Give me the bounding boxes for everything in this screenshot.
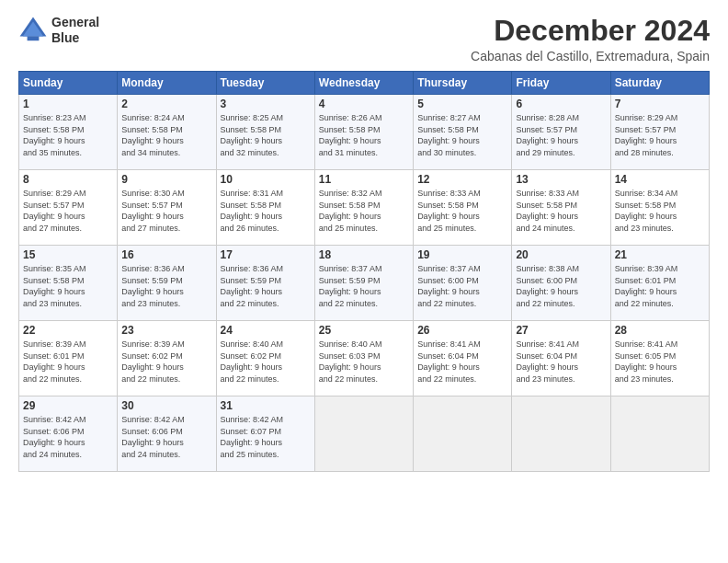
cell-content: Sunrise: 8:26 AMSunset: 5:58 PMDaylight:… [319, 112, 409, 158]
calendar-cell [314, 396, 413, 472]
day-number: 16 [121, 248, 211, 261]
cell-content: Sunrise: 8:34 AMSunset: 5:58 PMDaylight:… [615, 188, 705, 234]
cell-content: Sunrise: 8:41 AMSunset: 6:04 PMDaylight:… [417, 339, 507, 385]
cell-content: Sunrise: 8:38 AMSunset: 6:00 PMDaylight:… [516, 263, 606, 309]
day-number: 25 [319, 324, 409, 337]
calendar-cell: 24Sunrise: 8:40 AMSunset: 6:02 PMDayligh… [216, 321, 314, 396]
calendar-cell: 12Sunrise: 8:33 AMSunset: 5:58 PMDayligh… [414, 170, 512, 246]
calendar-cell [512, 396, 610, 472]
day-number: 31 [221, 399, 311, 412]
header-row: Sunday Monday Tuesday Wednesday Thursday… [19, 72, 710, 95]
calendar-cell: 16Sunrise: 8:36 AMSunset: 5:59 PMDayligh… [118, 246, 216, 321]
day-number: 22 [23, 324, 113, 337]
day-number: 19 [417, 248, 507, 261]
cell-content: Sunrise: 8:37 AMSunset: 5:59 PMDaylight:… [319, 263, 409, 309]
day-number: 30 [121, 399, 211, 412]
logo-line1: General [51, 15, 99, 30]
cell-content: Sunrise: 8:23 AMSunset: 5:58 PMDaylight:… [23, 112, 113, 158]
cell-content: Sunrise: 8:41 AMSunset: 6:05 PMDaylight:… [615, 339, 705, 385]
cell-content: Sunrise: 8:42 AMSunset: 6:06 PMDaylight:… [23, 414, 113, 460]
cell-content: Sunrise: 8:40 AMSunset: 6:02 PMDaylight:… [221, 339, 311, 385]
cell-content: Sunrise: 8:35 AMSunset: 5:58 PMDaylight:… [23, 263, 113, 309]
calendar-cell: 28Sunrise: 8:41 AMSunset: 6:05 PMDayligh… [610, 321, 709, 396]
calendar-header: Sunday Monday Tuesday Wednesday Thursday… [19, 72, 710, 95]
day-number: 8 [23, 173, 113, 186]
col-saturday: Saturday [610, 72, 709, 95]
logo-text: General Blue [51, 15, 99, 46]
day-number: 7 [615, 98, 705, 110]
cell-content: Sunrise: 8:39 AMSunset: 6:01 PMDaylight:… [23, 339, 113, 385]
calendar-cell: 20Sunrise: 8:38 AMSunset: 6:00 PMDayligh… [512, 246, 610, 321]
logo-icon [18, 16, 48, 45]
calendar-cell: 31Sunrise: 8:42 AMSunset: 6:07 PMDayligh… [216, 396, 314, 472]
cell-content: Sunrise: 8:39 AMSunset: 6:01 PMDaylight:… [615, 263, 705, 309]
month-title: December 2024 [471, 15, 710, 47]
calendar-cell: 1Sunrise: 8:23 AMSunset: 5:58 PMDaylight… [19, 95, 118, 170]
cell-content: Sunrise: 8:25 AMSunset: 5:58 PMDaylight:… [221, 112, 311, 158]
cell-content: Sunrise: 8:24 AMSunset: 5:58 PMDaylight:… [121, 112, 211, 158]
svg-rect-2 [28, 36, 40, 40]
calendar-cell: 29Sunrise: 8:42 AMSunset: 6:06 PMDayligh… [19, 396, 118, 472]
cell-content: Sunrise: 8:30 AMSunset: 5:57 PMDaylight:… [121, 188, 211, 234]
calendar-week-3: 15Sunrise: 8:35 AMSunset: 5:58 PMDayligh… [19, 246, 710, 321]
calendar-body: 1Sunrise: 8:23 AMSunset: 5:58 PMDaylight… [19, 95, 710, 472]
header: General Blue December 2024 Cabanas del C… [18, 15, 710, 63]
cell-content: Sunrise: 8:27 AMSunset: 5:58 PMDaylight:… [417, 112, 507, 158]
cell-content: Sunrise: 8:31 AMSunset: 5:58 PMDaylight:… [221, 188, 311, 234]
col-friday: Friday [512, 72, 610, 95]
logo-line2: Blue [51, 30, 99, 46]
calendar-cell: 18Sunrise: 8:37 AMSunset: 5:59 PMDayligh… [314, 246, 413, 321]
calendar-cell [414, 396, 512, 472]
calendar-cell: 8Sunrise: 8:29 AMSunset: 5:57 PMDaylight… [19, 170, 118, 246]
day-number: 17 [221, 248, 311, 261]
calendar-cell: 7Sunrise: 8:29 AMSunset: 5:57 PMDaylight… [610, 95, 709, 170]
calendar-week-4: 22Sunrise: 8:39 AMSunset: 6:01 PMDayligh… [19, 321, 710, 396]
calendar-cell: 15Sunrise: 8:35 AMSunset: 5:58 PMDayligh… [19, 246, 118, 321]
calendar-cell: 5Sunrise: 8:27 AMSunset: 5:58 PMDaylight… [414, 95, 512, 170]
calendar-week-1: 1Sunrise: 8:23 AMSunset: 5:58 PMDaylight… [19, 95, 710, 170]
calendar-cell: 27Sunrise: 8:41 AMSunset: 6:04 PMDayligh… [512, 321, 610, 396]
day-number: 6 [516, 98, 606, 110]
day-number: 11 [319, 173, 409, 186]
day-number: 27 [516, 324, 606, 337]
cell-content: Sunrise: 8:28 AMSunset: 5:57 PMDaylight:… [516, 112, 606, 158]
calendar-cell: 11Sunrise: 8:32 AMSunset: 5:58 PMDayligh… [314, 170, 413, 246]
location-title: Cabanas del Castillo, Extremadura, Spain [471, 49, 710, 63]
calendar-cell: 4Sunrise: 8:26 AMSunset: 5:58 PMDaylight… [314, 95, 413, 170]
day-number: 18 [319, 248, 409, 261]
day-number: 14 [615, 173, 705, 186]
col-wednesday: Wednesday [314, 72, 413, 95]
day-number: 9 [121, 173, 211, 186]
calendar-week-2: 8Sunrise: 8:29 AMSunset: 5:57 PMDaylight… [19, 170, 710, 246]
cell-content: Sunrise: 8:36 AMSunset: 5:59 PMDaylight:… [221, 263, 311, 309]
cell-content: Sunrise: 8:41 AMSunset: 6:04 PMDaylight:… [516, 339, 606, 385]
title-block: December 2024 Cabanas del Castillo, Extr… [471, 15, 710, 63]
day-number: 15 [23, 248, 113, 261]
day-number: 21 [615, 248, 705, 261]
calendar-cell: 10Sunrise: 8:31 AMSunset: 5:58 PMDayligh… [216, 170, 314, 246]
calendar-cell: 26Sunrise: 8:41 AMSunset: 6:04 PMDayligh… [414, 321, 512, 396]
day-number: 24 [221, 324, 311, 337]
calendar-cell: 9Sunrise: 8:30 AMSunset: 5:57 PMDaylight… [118, 170, 216, 246]
col-thursday: Thursday [414, 72, 512, 95]
calendar-cell: 17Sunrise: 8:36 AMSunset: 5:59 PMDayligh… [216, 246, 314, 321]
logo: General Blue [18, 15, 99, 46]
day-number: 3 [221, 98, 311, 110]
calendar-cell: 6Sunrise: 8:28 AMSunset: 5:57 PMDaylight… [512, 95, 610, 170]
calendar-cell: 13Sunrise: 8:33 AMSunset: 5:58 PMDayligh… [512, 170, 610, 246]
day-number: 2 [121, 98, 211, 110]
calendar-week-5: 29Sunrise: 8:42 AMSunset: 6:06 PMDayligh… [19, 396, 710, 472]
cell-content: Sunrise: 8:32 AMSunset: 5:58 PMDaylight:… [319, 188, 409, 234]
day-number: 13 [516, 173, 606, 186]
cell-content: Sunrise: 8:37 AMSunset: 6:00 PMDaylight:… [417, 263, 507, 309]
calendar-cell: 21Sunrise: 8:39 AMSunset: 6:01 PMDayligh… [610, 246, 709, 321]
day-number: 20 [516, 248, 606, 261]
calendar-cell: 25Sunrise: 8:40 AMSunset: 6:03 PMDayligh… [314, 321, 413, 396]
day-number: 29 [23, 399, 113, 412]
cell-content: Sunrise: 8:36 AMSunset: 5:59 PMDaylight:… [121, 263, 211, 309]
day-number: 5 [417, 98, 507, 110]
day-number: 4 [319, 98, 409, 110]
cell-content: Sunrise: 8:29 AMSunset: 5:57 PMDaylight:… [615, 112, 705, 158]
calendar-cell: 3Sunrise: 8:25 AMSunset: 5:58 PMDaylight… [216, 95, 314, 170]
calendar-cell: 19Sunrise: 8:37 AMSunset: 6:00 PMDayligh… [414, 246, 512, 321]
